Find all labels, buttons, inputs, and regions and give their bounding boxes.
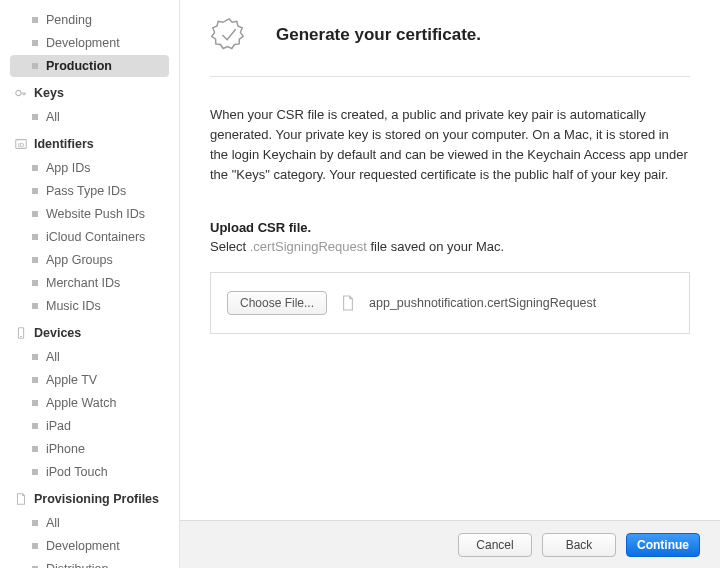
nav-header-label: Devices	[34, 326, 81, 340]
sidebar-item-devices-all[interactable]: All	[10, 346, 169, 368]
sidebar-item-label: App IDs	[46, 161, 90, 175]
nav-header-profiles[interactable]: Provisioning Profiles	[10, 487, 169, 511]
sidebar-item-app-ids[interactable]: App IDs	[10, 157, 169, 179]
nav-header-label: Keys	[34, 86, 64, 100]
sidebar-item-label: Apple Watch	[46, 396, 116, 410]
selected-file-name: app_pushnotification.certSigningRequest	[369, 296, 596, 310]
bullet-icon	[32, 400, 38, 406]
sidebar-item-label: App Groups	[46, 253, 113, 267]
nav-header-label: Identifiers	[34, 137, 94, 151]
nav-section-profiles: Provisioning Profiles All Development Di…	[10, 487, 169, 568]
description-text: When your CSR file is created, a public …	[210, 105, 690, 186]
nav-header-keys[interactable]: Keys	[10, 81, 169, 105]
main: Generate your certificate. When your CSR…	[180, 0, 720, 568]
title-row: Generate your certificate.	[210, 0, 690, 77]
sidebar-item-label: iPhone	[46, 442, 85, 456]
checkmark-starburst-icon	[210, 16, 248, 54]
sidebar-item-label: Development	[46, 539, 120, 553]
sidebar-item-iphone[interactable]: iPhone	[10, 438, 169, 460]
sidebar-item-label: iCloud Containers	[46, 230, 145, 244]
upload-desc-ext: .certSigningRequest	[250, 239, 367, 254]
sidebar-item-label: iPad	[46, 419, 71, 433]
device-icon	[14, 326, 28, 340]
bullet-icon	[32, 469, 38, 475]
choose-file-button[interactable]: Choose File...	[227, 291, 327, 315]
sidebar-item-pending[interactable]: Pending	[10, 9, 169, 31]
bullet-icon	[32, 211, 38, 217]
sidebar-item-development[interactable]: Development	[10, 32, 169, 54]
bullet-icon	[32, 446, 38, 452]
file-upload-box: Choose File... app_pushnotification.cert…	[210, 272, 690, 334]
upload-desc-suffix: file saved on your Mac.	[367, 239, 504, 254]
sidebar-item-label: Website Push IDs	[46, 207, 145, 221]
profile-icon	[14, 492, 28, 506]
id-icon: ID	[14, 137, 28, 151]
key-icon	[14, 86, 28, 100]
bullet-icon	[32, 377, 38, 383]
sidebar-item-label: All	[46, 350, 60, 364]
bullet-icon	[32, 17, 38, 23]
nav-section-identifiers: ID Identifiers App IDs Pass Type IDs Web…	[10, 132, 169, 317]
sidebar-item-apple-watch[interactable]: Apple Watch	[10, 392, 169, 414]
bullet-icon	[32, 257, 38, 263]
bullet-icon	[32, 520, 38, 526]
bullet-icon	[32, 188, 38, 194]
nav-header-devices[interactable]: Devices	[10, 321, 169, 345]
nav-section-devices: Devices All Apple TV Apple Watch iPad iP…	[10, 321, 169, 483]
sidebar-item-profiles-dev[interactable]: Development	[10, 535, 169, 557]
bullet-icon	[32, 114, 38, 120]
back-button[interactable]: Back	[542, 533, 616, 557]
sidebar-item-label: Merchant IDs	[46, 276, 120, 290]
nav-header-identifiers[interactable]: ID Identifiers	[10, 132, 169, 156]
svg-text:ID: ID	[18, 141, 25, 148]
sidebar: Pending Development Production Keys All …	[0, 0, 180, 568]
sidebar-item-ipod-touch[interactable]: iPod Touch	[10, 461, 169, 483]
bullet-icon	[32, 354, 38, 360]
sidebar-item-label: Apple TV	[46, 373, 97, 387]
bullet-icon	[32, 543, 38, 549]
bullet-icon	[32, 234, 38, 240]
sidebar-item-label: Music IDs	[46, 299, 101, 313]
footer: Cancel Back Continue	[180, 520, 720, 568]
sidebar-item-label: All	[46, 516, 60, 530]
sidebar-item-merchant-ids[interactable]: Merchant IDs	[10, 272, 169, 294]
sidebar-item-icloud-containers[interactable]: iCloud Containers	[10, 226, 169, 248]
sidebar-item-label: Pending	[46, 13, 92, 27]
sidebar-item-label: Development	[46, 36, 120, 50]
file-icon	[341, 295, 355, 311]
sidebar-item-profiles-all[interactable]: All	[10, 512, 169, 534]
upload-title: Upload CSR file.	[210, 220, 690, 235]
sidebar-item-ipad[interactable]: iPad	[10, 415, 169, 437]
sidebar-item-website-push-ids[interactable]: Website Push IDs	[10, 203, 169, 225]
sidebar-item-music-ids[interactable]: Music IDs	[10, 295, 169, 317]
sidebar-item-apple-tv[interactable]: Apple TV	[10, 369, 169, 391]
continue-button[interactable]: Continue	[626, 533, 700, 557]
sidebar-item-profiles-dist[interactable]: Distribution	[10, 558, 169, 568]
bullet-icon	[32, 165, 38, 171]
bullet-icon	[32, 40, 38, 46]
sidebar-item-keys-all[interactable]: All	[10, 106, 169, 128]
sidebar-item-production[interactable]: Production	[10, 55, 169, 77]
bullet-icon	[32, 423, 38, 429]
sidebar-item-pass-type-ids[interactable]: Pass Type IDs	[10, 180, 169, 202]
content-area: Generate your certificate. When your CSR…	[180, 0, 720, 520]
sidebar-item-app-groups[interactable]: App Groups	[10, 249, 169, 271]
page-title: Generate your certificate.	[276, 25, 481, 45]
bullet-icon	[32, 280, 38, 286]
nav-header-label: Provisioning Profiles	[34, 492, 159, 506]
sidebar-item-label: iPod Touch	[46, 465, 108, 479]
sidebar-item-label: Pass Type IDs	[46, 184, 126, 198]
sidebar-item-label: Production	[46, 59, 112, 73]
sidebar-item-label: All	[46, 110, 60, 124]
nav-section-certificates: Pending Development Production	[10, 9, 169, 77]
bullet-icon	[32, 63, 38, 69]
upload-desc-prefix: Select	[210, 239, 250, 254]
nav-section-keys: Keys All	[10, 81, 169, 128]
svg-point-0	[16, 90, 21, 95]
cancel-button[interactable]: Cancel	[458, 533, 532, 557]
bullet-icon	[32, 303, 38, 309]
sidebar-item-label: Distribution	[46, 562, 109, 568]
upload-description: Select .certSigningRequest file saved on…	[210, 239, 690, 254]
